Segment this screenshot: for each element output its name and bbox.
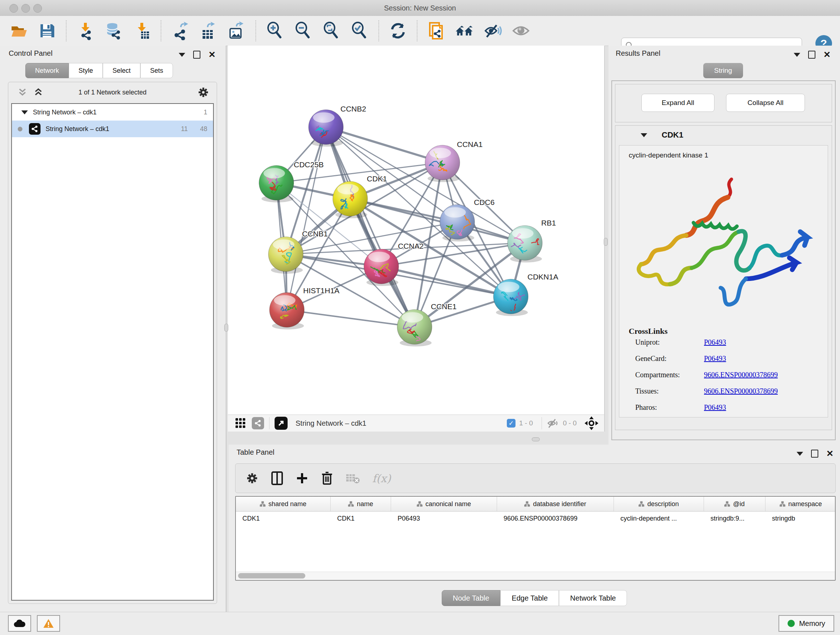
table-cell[interactable]: 9606.ENSP00000378699 — [497, 511, 614, 525]
table-h-scrollbar[interactable] — [236, 572, 835, 580]
node-details-header[interactable]: CDK1 — [615, 126, 832, 144]
memory-button[interactable]: Memory — [778, 615, 834, 632]
table-cell[interactable]: stringdb:9... — [704, 511, 766, 525]
table-float-icon[interactable] — [811, 450, 818, 458]
collection-caret-icon[interactable] — [21, 111, 28, 114]
graph-node-CCNB2[interactable]: CCNB2 — [309, 105, 366, 147]
left-splitter-grip[interactable] — [224, 324, 228, 332]
crosslink-link[interactable]: 9606.ENSP00000378699 — [704, 371, 778, 379]
crosslink-link[interactable]: 9606.ENSP00000378699 — [704, 387, 778, 395]
collapse-all-button[interactable]: Collapse All — [726, 94, 805, 112]
tab-sets[interactable]: Sets — [141, 63, 173, 78]
scrollbar-thumb[interactable] — [238, 573, 305, 578]
protein-structure-image — [619, 159, 822, 318]
table-row[interactable]: CDK1CDK1P064939606.ENSP00000378699cyclin… — [236, 511, 835, 525]
grid-view-icon[interactable] — [234, 417, 247, 429]
network-graph[interactable]: CCNB2CCNA1CDC25BCDK1CDC6RB1CCNB1CCNA2CDK… — [228, 46, 604, 415]
node-name: CDK1 — [662, 130, 684, 140]
table-cell[interactable]: CDK1 — [331, 511, 391, 525]
panel-close-icon[interactable]: ✕ — [208, 51, 216, 58]
import-network-from-database-icon[interactable] — [104, 21, 123, 40]
graph-node-CCNB1[interactable]: CCNB1 — [268, 230, 328, 274]
cloud-status-button[interactable] — [8, 615, 31, 632]
panel-float-icon[interactable] — [193, 51, 201, 59]
graph-node-RB1[interactable]: RB1 — [505, 219, 556, 263]
column-header-name[interactable]: name — [331, 497, 391, 511]
zoom-out-icon[interactable] — [294, 21, 313, 40]
network-row[interactable]: String Network – cdk1 11 48 — [12, 120, 213, 137]
graph-node-CDC6[interactable]: CDC6 — [440, 198, 494, 241]
network-view[interactable]: CCNB2CCNA1CDC25BCDK1CDC6RB1CCNB1CCNA2CDK… — [228, 46, 605, 432]
expand-all-button[interactable]: Expand All — [641, 94, 714, 112]
selected-checkbox-icon[interactable]: ✓ — [507, 419, 515, 428]
node-label-CDKN1A: CDKN1A — [527, 272, 558, 281]
right-splitter-grip[interactable] — [604, 238, 608, 246]
export-image-icon[interactable] — [227, 21, 246, 40]
network-collection-row[interactable]: String Network – cdk1 1 — [12, 104, 213, 120]
import-network-icon[interactable] — [76, 21, 95, 40]
tab-select[interactable]: Select — [103, 63, 141, 78]
tab-network-table[interactable]: Network Table — [559, 590, 627, 606]
table-gear-icon[interactable] — [246, 472, 259, 485]
hidden-count: 0 - 0 — [563, 419, 576, 427]
show-all-icon[interactable] — [512, 21, 531, 40]
warnings-button[interactable] — [37, 615, 60, 632]
delete-column-icon[interactable] — [321, 471, 333, 486]
show-columns-icon[interactable] — [271, 471, 283, 486]
crosslink-label: Tissues: — [635, 387, 704, 395]
apply-layout-icon[interactable] — [388, 21, 407, 40]
crosslink-link[interactable]: P06493 — [704, 338, 726, 347]
results-menu-icon[interactable] — [794, 53, 800, 57]
results-close-icon[interactable]: ✕ — [823, 51, 831, 58]
save-session-icon[interactable] — [38, 21, 57, 40]
table-tabs: Node TableEdge TableNetwork Table — [229, 590, 840, 606]
hidden-eye-icon[interactable] — [547, 418, 559, 429]
clone-network-icon[interactable] — [427, 21, 446, 40]
open-file-icon[interactable] — [9, 21, 28, 40]
export-network-icon[interactable] — [171, 21, 189, 40]
results-float-icon[interactable] — [808, 51, 815, 59]
table-cell[interactable]: stringdb — [766, 511, 836, 525]
open-in-window-icon[interactable] — [275, 417, 287, 430]
tab-network[interactable]: Network — [25, 63, 69, 78]
bottom-splitter-grip[interactable] — [532, 437, 540, 441]
crosslink-link[interactable]: P06493 — [704, 355, 726, 363]
column-header-shared-name[interactable]: shared name — [236, 497, 331, 511]
details-caret-icon[interactable] — [641, 133, 647, 137]
import-table-icon[interactable] — [133, 21, 151, 40]
graph-node-CDK1[interactable]: CDK1 — [333, 174, 387, 218]
export-table-icon[interactable] — [199, 21, 218, 40]
node-label-CCNE1: CCNE1 — [431, 302, 456, 310]
column-header-canonical-name[interactable]: canonical name — [391, 497, 497, 511]
control-panel: Control Panel ✕ Network Style Select Set… — [0, 46, 226, 612]
graph-node-HIST1H1A[interactable]: HIST1H1A — [270, 287, 339, 329]
crosslink-link[interactable]: P06493 — [704, 403, 726, 412]
function-builder-icon[interactable]: f(x) — [372, 472, 391, 485]
add-column-icon[interactable] — [295, 472, 309, 485]
tab-string[interactable]: String — [703, 63, 743, 78]
column-header-database-identifier[interactable]: database identifier — [497, 497, 614, 511]
delete-table-icon[interactable] — [346, 472, 360, 485]
zoom-selected-icon[interactable] — [350, 21, 369, 40]
zoom-fit-icon[interactable] — [322, 21, 341, 40]
table-cell[interactable]: cyclin-dependent ... — [614, 511, 704, 525]
first-neighbors-icon[interactable] — [455, 21, 474, 40]
tab-style[interactable]: Style — [69, 63, 103, 78]
panel-menu-icon[interactable] — [179, 53, 185, 57]
column-header--id[interactable]: @id — [704, 497, 766, 511]
zoom-in-icon[interactable] — [265, 21, 284, 40]
graph-node-CCNA1[interactable]: CCNA1 — [425, 140, 483, 182]
table-cell[interactable]: CDK1 — [236, 511, 331, 525]
graph-node-CDKN1A[interactable]: CDKN1A — [493, 272, 558, 318]
table-cell[interactable]: P06493 — [391, 511, 497, 525]
table-menu-icon[interactable] — [797, 452, 803, 456]
column-header-description[interactable]: description — [614, 497, 704, 511]
network-type-badge-icon[interactable] — [252, 417, 264, 429]
hide-selected-icon[interactable] — [483, 21, 502, 40]
tab-edge-table[interactable]: Edge Table — [500, 590, 559, 606]
birdseye-navigator-icon[interactable] — [584, 416, 599, 431]
node-table[interactable]: shared namenamecanonical namedatabase id… — [235, 496, 836, 581]
column-header-namespace[interactable]: namespace — [766, 497, 836, 511]
tab-node-table[interactable]: Node Table — [442, 590, 501, 606]
table-close-icon[interactable]: ✕ — [826, 450, 834, 457]
